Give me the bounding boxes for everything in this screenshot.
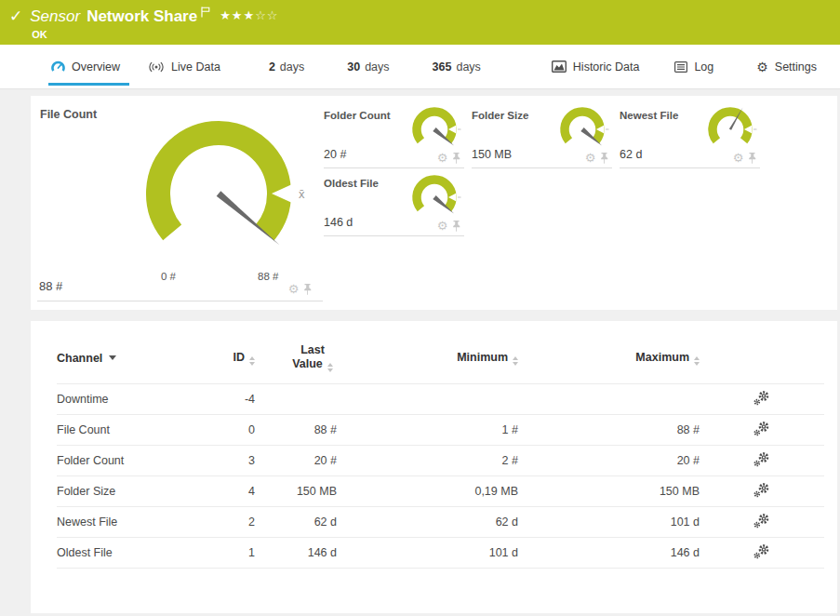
pin-icon[interactable] — [452, 153, 461, 164]
col-header-id[interactable]: ID — [220, 321, 255, 384]
gauge-title: Oldest File — [324, 178, 379, 189]
sensor-title-block: Sensor Network Share ★★★☆☆ OK — [30, 7, 278, 40]
gear-icon: ⚙ — [756, 60, 768, 74]
channels-table: Channel ID Last Value Minimum Maximum Do… — [57, 321, 824, 569]
col-header-minimum[interactable]: Minimum — [337, 321, 518, 384]
pin-icon[interactable] — [303, 284, 313, 295]
pin-icon[interactable] — [452, 221, 461, 232]
channel-settings-icon[interactable] — [753, 483, 770, 498]
folder-size-gauge — [554, 103, 610, 159]
pin-icon[interactable] — [748, 153, 757, 164]
tab-2-days[interactable]: 2 days — [269, 45, 304, 88]
sort-arrows-icon — [327, 363, 333, 372]
tab-label: Live Data — [171, 60, 220, 74]
channel-maximum — [518, 384, 700, 415]
area-chart-icon — [552, 60, 567, 73]
gauge-newest-file: Newest File 62 d ⚙ — [620, 100, 760, 168]
gauge-current-value: 62 d — [620, 148, 642, 161]
channel-minimum: 0,19 MB — [337, 476, 518, 507]
tab-log[interactable]: Log — [674, 45, 713, 88]
tab-historic-data[interactable]: Historic Data — [552, 45, 640, 88]
sort-arrows-icon — [694, 356, 700, 366]
channel-id: -4 — [220, 384, 255, 415]
channel-minimum: 2 # — [337, 446, 518, 476]
col-header-last-value[interactable]: Last Value — [255, 321, 337, 384]
gauge-current-value: 88 # — [39, 279, 62, 293]
channel-id: 4 — [220, 476, 255, 507]
sort-caret-icon — [109, 355, 116, 360]
star-empty-icons: ☆☆ — [255, 8, 278, 22]
gauge-title: Folder Count — [324, 110, 391, 121]
flag-icon[interactable] — [201, 5, 210, 21]
channel-settings-icon[interactable] — [753, 544, 770, 559]
channel-settings-icon[interactable] — [753, 514, 770, 529]
sensor-status-banner: ✓ Sensor Network Share ★★★☆☆ OK — [0, 0, 840, 45]
tab-30-days[interactable]: 30 days — [347, 45, 389, 88]
channel-name: Folder Size — [57, 476, 220, 507]
channel-minimum — [337, 384, 518, 415]
channel-settings-icon[interactable] — [753, 391, 770, 406]
channel-maximum: 88 # — [518, 415, 700, 446]
tab-365-days[interactable]: 365 days — [433, 45, 481, 88]
gauge-oldest-file: Oldest File 146 d ⚙ — [324, 168, 464, 236]
channel-last-value: 146 d — [255, 538, 337, 569]
empty-cell — [620, 168, 760, 236]
gear-icon[interactable]: ⚙ — [437, 153, 448, 164]
table-row-file-count: File Count 0 88 # 1 # 88 # — [57, 415, 824, 446]
tab-label: Settings — [775, 60, 817, 74]
star-filled-icons: ★★★ — [220, 8, 255, 22]
channel-name: Oldest File — [57, 538, 220, 569]
gauge-file-count: File Count x̄ 0 # 88 # 88 # ⚙ — [31, 96, 325, 310]
newest-file-gauge — [702, 103, 758, 159]
tab-number: 2 — [269, 60, 275, 74]
col-header-maximum[interactable]: Maximum — [518, 321, 700, 384]
priority-stars[interactable]: ★★★☆☆ — [220, 7, 278, 25]
channel-last-value — [255, 384, 337, 415]
pin-icon[interactable] — [600, 153, 609, 164]
channel-last-value: 88 # — [255, 415, 337, 446]
sort-arrows-icon — [249, 356, 255, 366]
gauge-folder-count: Folder Count 20 # ⚙ — [324, 100, 464, 168]
table-row-folder-count: Folder Count 3 20 # 2 # 20 # — [57, 446, 824, 476]
col-header-channel[interactable]: Channel — [57, 321, 220, 384]
gear-icon[interactable]: ⚙ — [733, 153, 744, 164]
channel-maximum: 146 d — [518, 538, 700, 569]
channel-settings-icon[interactable] — [753, 422, 770, 436]
channel-minimum: 62 d — [337, 507, 518, 538]
status-badge: OK — [32, 29, 278, 40]
gauge-folder-size: Folder Size 150 MB ⚙ — [472, 100, 612, 168]
channel-maximum: 20 # — [518, 446, 700, 476]
tab-overview[interactable]: Overview — [51, 45, 120, 88]
gear-icon[interactable]: ⚙ — [585, 153, 596, 164]
tab-label: days — [456, 60, 480, 74]
log-icon — [674, 61, 687, 73]
channel-name: Downtime — [57, 384, 220, 415]
gauge-title: Folder Size — [472, 110, 528, 121]
tab-number: 30 — [347, 60, 360, 74]
oldest-file-gauge — [407, 171, 462, 227]
tab-settings[interactable]: ⚙ Settings — [756, 45, 817, 88]
cell-divider — [37, 301, 323, 301]
sort-arrows-icon — [513, 356, 518, 366]
gauge-title: Newest File — [620, 110, 678, 121]
empty-cell — [472, 168, 612, 236]
table-row-downtime: Downtime -4 — [57, 384, 824, 415]
broadcast-icon — [148, 61, 165, 73]
gauge-icon — [51, 60, 65, 74]
channel-id: 2 — [220, 507, 255, 538]
channel-settings-icon[interactable] — [753, 452, 770, 467]
table-row-newest-file: Newest File 2 62 d 62 d 101 d — [57, 507, 824, 538]
channel-name: Folder Count — [57, 446, 220, 476]
small-gauges-grid: Folder Count 20 # ⚙ Folder Size 150 MB — [324, 100, 760, 236]
channel-id: 3 — [220, 446, 255, 476]
gear-icon[interactable]: ⚙ — [437, 221, 448, 232]
channel-last-value: 62 d — [255, 507, 337, 538]
gauge-current-value: 20 # — [324, 148, 346, 161]
status-check-icon: ✓ — [9, 7, 22, 26]
gauge-scale-max: 88 # — [258, 271, 278, 282]
tab-live-data[interactable]: Live Data — [148, 45, 220, 88]
table-header-row: Channel ID Last Value Minimum Maximum — [57, 321, 824, 384]
gear-icon[interactable]: ⚙ — [288, 284, 300, 295]
channel-name: Newest File — [57, 507, 220, 538]
channel-id: 1 — [220, 538, 255, 569]
